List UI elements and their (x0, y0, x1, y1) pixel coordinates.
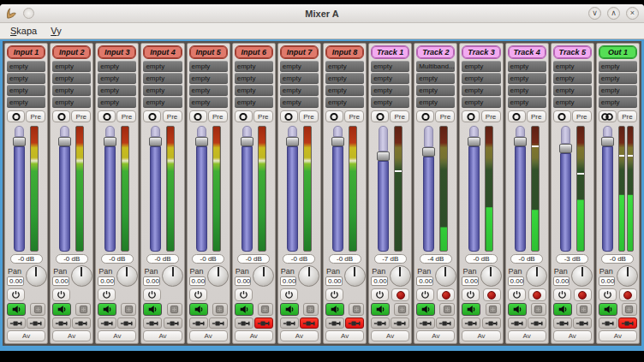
strip-label[interactable]: Input 3 (98, 45, 136, 59)
plugin-slot[interactable]: empty (371, 85, 409, 96)
menu-skapa[interactable]: Skapa (3, 24, 44, 38)
mute-power-button[interactable] (280, 288, 298, 301)
output-routing-button[interactable] (235, 110, 253, 122)
input-connection-button[interactable] (462, 317, 480, 329)
strip-label[interactable]: Track 2 (416, 45, 455, 59)
fader-handle[interactable] (601, 137, 614, 146)
pre-fader-button[interactable]: Pre (390, 110, 409, 122)
pan-knob[interactable] (207, 265, 229, 287)
fader-handle[interactable] (195, 137, 208, 146)
plugin-slot[interactable]: empty (7, 85, 45, 96)
av-button[interactable]: Av (462, 330, 500, 341)
output-routing-button[interactable] (371, 110, 389, 122)
output-routing-button[interactable] (280, 110, 298, 122)
output-routing-button[interactable] (599, 110, 617, 122)
volume-fader[interactable] (59, 126, 70, 252)
fader-handle[interactable] (149, 137, 162, 146)
fader-handle[interactable] (331, 137, 344, 146)
fader-handle[interactable] (514, 137, 527, 146)
aux-button[interactable] (75, 303, 91, 316)
pan-knob[interactable] (617, 265, 638, 287)
plugin-slot[interactable]: empty (462, 61, 500, 72)
input-connection-button[interactable] (235, 317, 253, 329)
fader-handle[interactable] (241, 137, 253, 146)
plugin-slot[interactable]: empty (462, 85, 500, 96)
plugin-slot[interactable]: empty (143, 61, 182, 72)
output-routing-button[interactable] (98, 110, 116, 122)
output-routing-button[interactable] (416, 110, 434, 122)
monitor-button[interactable] (235, 303, 253, 316)
plugin-slot[interactable]: empty (143, 85, 182, 96)
strip-label[interactable]: Input 6 (235, 45, 273, 59)
av-button[interactable]: Av (599, 330, 637, 341)
pre-fader-button[interactable]: Pre (617, 110, 637, 122)
mute-power-button[interactable] (416, 288, 434, 301)
av-button[interactable]: Av (189, 330, 228, 341)
fader-handle[interactable] (377, 151, 390, 161)
plugin-slot[interactable]: empty (325, 85, 364, 96)
record-arm-button[interactable] (574, 288, 592, 301)
plugin-slot[interactable]: empty (371, 61, 409, 72)
strip-label[interactable]: Input 1 (7, 45, 45, 59)
plugin-slot[interactable]: empty (553, 85, 592, 96)
titlebar[interactable]: Mixer A ∨∧× (0, 4, 644, 23)
pan-knob[interactable] (571, 265, 593, 287)
aux-button[interactable] (212, 303, 228, 316)
input-connection-button[interactable] (143, 317, 162, 329)
output-connection-button[interactable] (164, 317, 182, 329)
record-arm-button[interactable] (619, 288, 637, 301)
maximize-button[interactable]: ∧ (607, 7, 620, 20)
plugin-slot[interactable]: empty (280, 61, 319, 72)
aux-button[interactable] (486, 303, 501, 316)
pre-fader-button[interactable]: Pre (435, 110, 455, 122)
plugin-slot[interactable]: empty (599, 85, 637, 96)
mute-power-button[interactable] (462, 288, 480, 301)
av-button[interactable]: Av (280, 330, 319, 341)
output-connection-button[interactable] (117, 317, 136, 329)
fader-handle[interactable] (104, 137, 116, 146)
window-pin-button[interactable] (23, 8, 34, 19)
plugin-slot[interactable]: empty (143, 97, 182, 108)
output-connection-button[interactable] (345, 317, 364, 329)
plugin-slot[interactable]: empty (371, 73, 409, 84)
monitor-button[interactable] (462, 303, 480, 316)
mute-power-button[interactable] (371, 288, 389, 301)
plugin-slot[interactable]: empty (235, 85, 273, 96)
av-button[interactable]: Av (508, 330, 546, 341)
plugin-slot[interactable]: empty (98, 61, 136, 72)
plugin-slot[interactable]: empty (325, 73, 364, 84)
pre-fader-button[interactable]: Pre (344, 110, 364, 122)
pre-fader-button[interactable]: Pre (116, 110, 136, 122)
monitor-button[interactable] (280, 303, 299, 316)
volume-fader[interactable] (423, 126, 434, 252)
mute-power-button[interactable] (553, 288, 571, 301)
fader-handle[interactable] (559, 144, 572, 153)
av-button[interactable]: Av (7, 330, 45, 341)
output-routing-button[interactable] (52, 110, 70, 122)
aux-button[interactable] (576, 303, 592, 316)
pan-knob[interactable] (480, 265, 502, 287)
mute-power-button[interactable] (508, 288, 526, 301)
pre-fader-button[interactable]: Pre (527, 110, 546, 122)
volume-fader[interactable] (150, 126, 161, 252)
plugin-slot[interactable]: empty (235, 97, 273, 108)
pre-fader-button[interactable]: Pre (71, 110, 91, 122)
pre-fader-button[interactable]: Pre (163, 110, 182, 122)
pan-knob[interactable] (526, 265, 547, 287)
strip-label[interactable]: Track 1 (371, 45, 409, 59)
strip-label[interactable]: Track 5 (553, 45, 592, 59)
input-connection-button[interactable] (416, 317, 435, 329)
output-connection-button[interactable] (300, 317, 319, 329)
plugin-slot[interactable]: empty (371, 97, 409, 108)
output-connection-button[interactable] (209, 317, 228, 329)
plugin-slot[interactable]: empty (189, 85, 228, 96)
volume-fader[interactable] (196, 126, 207, 252)
pan-knob[interactable] (390, 265, 411, 287)
aux-button[interactable] (30, 303, 45, 316)
plugin-slot[interactable]: empty (280, 85, 319, 96)
mute-power-button[interactable] (325, 288, 343, 301)
output-connection-button[interactable] (528, 317, 546, 329)
output-connection-button[interactable] (436, 317, 455, 329)
volume-fader[interactable] (242, 126, 253, 252)
plugin-slot[interactable]: empty (52, 85, 91, 96)
